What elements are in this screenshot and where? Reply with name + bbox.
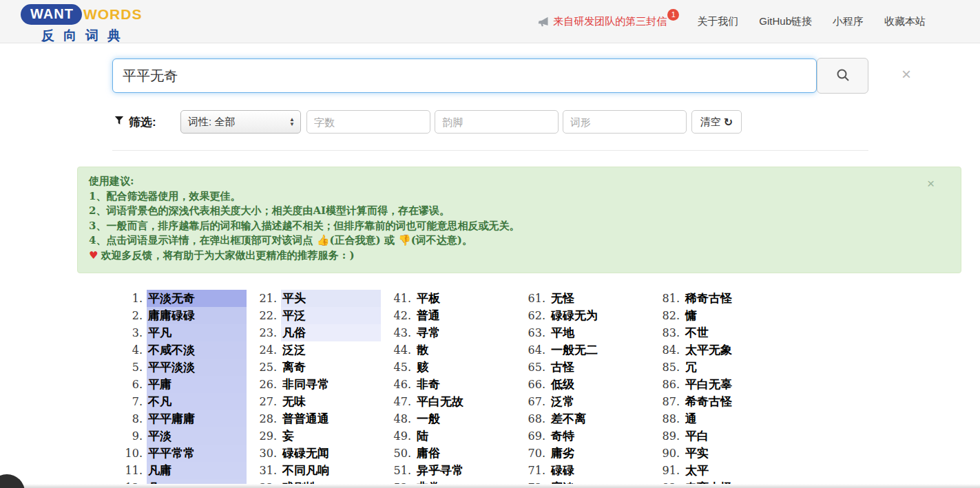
result-rank: 45. <box>381 361 411 374</box>
result-word[interactable]: 平实 <box>684 445 784 462</box>
result-word[interactable]: 陆 <box>415 427 515 445</box>
result-rank: 10. <box>112 447 143 460</box>
result-word[interactable]: 希奇古怪 <box>684 393 784 410</box>
result-word[interactable]: 庸俗 <box>415 445 515 462</box>
result-word[interactable]: 散 <box>415 341 515 359</box>
result-rank: 42. <box>381 309 411 322</box>
team-letter-link[interactable]: 来自研发团队的第三封信 1 <box>537 15 676 28</box>
result-rank: 84. <box>649 343 680 357</box>
result-word[interactable]: 非同寻常 <box>281 376 381 393</box>
result-word[interactable]: 冗 <box>684 359 784 376</box>
word-form-input[interactable] <box>563 110 687 134</box>
clear-search-icon[interactable]: × <box>897 66 915 84</box>
result-rank: 28. <box>247 412 277 425</box>
result-word[interactable]: 赅 <box>415 359 515 376</box>
result-word[interactable]: 碌碌 <box>550 462 649 479</box>
result-word[interactable]: 普通 <box>415 307 515 324</box>
result-word[interactable]: 普普通通 <box>281 410 381 427</box>
result-word[interactable]: 慵 <box>684 307 784 324</box>
result-item: 1.平淡无奇 <box>112 290 247 307</box>
result-word[interactable]: 奇离古怪 <box>684 479 784 488</box>
result-word[interactable]: 平庸 <box>147 376 247 393</box>
result-word[interactable]: 妄 <box>281 427 381 445</box>
rhyme-input[interactable] <box>435 110 559 134</box>
result-word[interactable]: 无味 <box>281 393 381 410</box>
result-word[interactable]: 稀奇古怪 <box>684 290 784 307</box>
result-word[interactable]: 平白无故 <box>415 393 515 410</box>
result-word[interactable]: 凡庸 <box>147 462 247 479</box>
nav-item-github[interactable]: GitHub链接 <box>759 15 812 28</box>
result-word[interactable]: 一般无二 <box>550 341 649 359</box>
result-word[interactable]: 平板 <box>415 290 515 307</box>
result-rank: 2. <box>112 309 143 322</box>
result-rank: 49. <box>381 429 411 443</box>
result-word[interactable]: 凡 <box>147 479 247 488</box>
result-word[interactable]: 不世 <box>684 324 784 341</box>
result-word[interactable]: 戏剧性 <box>281 479 381 488</box>
site-logo[interactable]: WANT WORDS 反向词典 <box>21 4 142 45</box>
result-word[interactable]: 平地 <box>550 324 649 341</box>
nav-item-bookmark[interactable]: 收藏本站 <box>884 15 926 28</box>
result-word[interactable]: 平平庸庸 <box>147 410 247 427</box>
result-word[interactable]: 平头 <box>281 290 381 307</box>
result-word[interactable]: 太平无象 <box>684 341 784 359</box>
result-word[interactable]: 平白 <box>684 427 784 445</box>
result-rank: 86. <box>649 378 680 391</box>
result-word[interactable]: 泛常 <box>550 393 649 410</box>
nav-item-about[interactable]: 关于我们 <box>697 15 738 28</box>
result-rank: 65. <box>515 361 545 374</box>
result-word[interactable]: 寻常 <box>415 324 515 341</box>
result-word[interactable]: 平平常常 <box>147 445 247 462</box>
search-input[interactable] <box>112 59 817 93</box>
result-word[interactable]: 不同凡响 <box>281 462 381 479</box>
search-button[interactable] <box>817 58 868 94</box>
result-item: 5.平平淡淡 <box>112 359 247 376</box>
result-word[interactable]: 凡俗 <box>281 324 381 341</box>
result-word[interactable]: 异乎寻常 <box>415 462 515 479</box>
result-rank: 32. <box>247 481 277 488</box>
result-rank: 25. <box>247 361 277 374</box>
result-word[interactable]: 泛泛 <box>281 341 381 359</box>
word-length-input[interactable] <box>306 110 430 134</box>
result-item: 81.稀奇古怪 <box>649 290 784 307</box>
result-word[interactable]: 平平淡淡 <box>147 359 247 376</box>
result-word[interactable]: 通 <box>684 410 784 427</box>
result-word[interactable]: 太平 <box>684 462 784 479</box>
clear-filters-button[interactable]: 清空 ↻ <box>691 110 742 134</box>
result-word[interactable]: 不凡 <box>147 393 247 410</box>
result-word[interactable]: 寡淡 <box>550 479 649 488</box>
result-word[interactable]: 非常 <box>415 479 515 488</box>
team-letter-label: 来自研发团队的第三封信 <box>553 15 667 28</box>
result-word[interactable]: 离奇 <box>281 359 381 376</box>
result-word[interactable]: 一般 <box>415 410 515 427</box>
close-tips-icon[interactable]: × <box>927 176 935 191</box>
result-word[interactable]: 平淡 <box>147 427 247 445</box>
result-item: 82.慵 <box>649 307 784 324</box>
result-rank: 1. <box>112 292 143 305</box>
filter-row: 筛选: 词性: 全部 ▲▼ 清空 ↻ <box>114 110 742 134</box>
result-rank: 68. <box>515 412 545 425</box>
result-word[interactable]: 庸庸碌碌 <box>147 307 247 324</box>
result-rank: 91. <box>649 464 680 477</box>
pos-filter-select[interactable]: 词性: 全部 ▲▼ <box>180 110 301 134</box>
result-word[interactable]: 奇特 <box>550 427 649 445</box>
result-word[interactable]: 平白无辜 <box>684 376 784 393</box>
result-word[interactable]: 平淡无奇 <box>147 290 247 307</box>
result-word[interactable]: 低级 <box>550 376 649 393</box>
floating-widget-button[interactable] <box>0 474 25 488</box>
result-word[interactable]: 庸劣 <box>550 445 649 462</box>
result-word[interactable]: 古怪 <box>550 359 649 376</box>
result-word[interactable]: 碌碌无闻 <box>281 445 381 462</box>
result-item: 67.泛常 <box>515 393 649 410</box>
result-word[interactable]: 平凡 <box>147 324 247 341</box>
select-stepper-icon: ▲▼ <box>289 117 295 127</box>
nav-item-miniprogram[interactable]: 小程序 <box>833 15 864 28</box>
result-item: 43.寻常 <box>381 324 515 341</box>
result-word[interactable]: 碌碌无为 <box>550 307 649 324</box>
result-rank: 69. <box>515 429 545 443</box>
result-word[interactable]: 不咸不淡 <box>147 341 247 359</box>
result-word[interactable]: 非奇 <box>415 376 515 393</box>
result-word[interactable]: 无怪 <box>550 290 649 307</box>
result-word[interactable]: 平泛 <box>281 307 381 324</box>
result-word[interactable]: 差不离 <box>550 410 649 427</box>
